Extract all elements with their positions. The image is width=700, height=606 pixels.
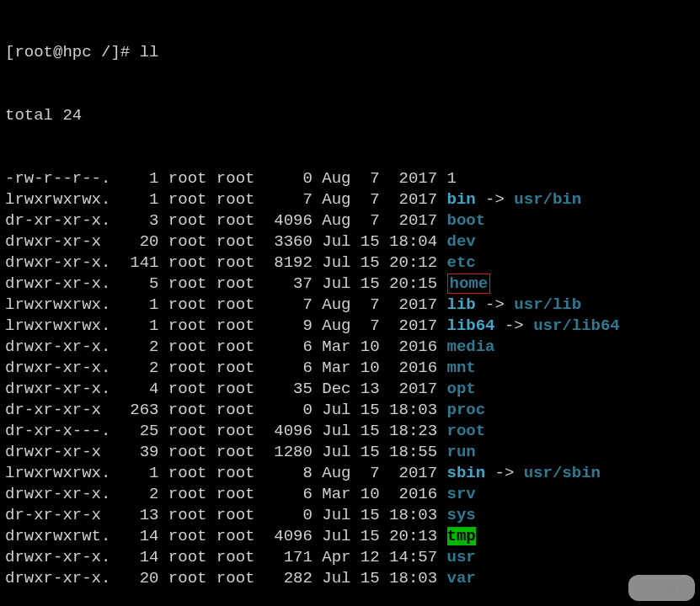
file-name: boot	[447, 211, 486, 230]
file-entry: drwxr-xr-x. 20 root root 282 Jul 15 18:0…	[5, 568, 695, 589]
file-name: bin	[447, 190, 476, 209]
file-entry: lrwxrwxrwx. 1 root root 7 Aug 7 2017 bin…	[5, 189, 695, 210]
file-meta: drwxr-xr-x. 2 root root 6 Mar 10 2016	[5, 485, 447, 503]
file-entry: drwxrwxrwt. 14 root root 4096 Jul 15 20:…	[5, 526, 695, 547]
file-name: tmp	[447, 527, 476, 545]
file-entry: drwxr-xr-x. 5 root root 37 Jul 15 20:15 …	[5, 274, 695, 295]
file-entry: dr-xr-xr-x 13 root root 0 Jul 15 18:03 s…	[5, 505, 695, 526]
file-meta: lrwxrwxrwx. 1 root root 8 Aug 7 2017	[5, 464, 447, 482]
file-name: home	[447, 274, 491, 294]
file-name: srv	[447, 485, 476, 503]
file-entry: lrwxrwxrwx. 1 root root 7 Aug 7 2017 lib…	[5, 295, 695, 316]
file-name: media	[447, 338, 495, 356]
file-name: run	[447, 443, 476, 461]
file-meta: dr-xr-xr-x. 3 root root 4096 Aug 7 2017	[5, 211, 447, 230]
file-meta: drwxr-xr-x 39 root root 1280 Jul 15 18:5…	[5, 443, 447, 461]
symlink-arrow: ->	[485, 464, 524, 482]
file-entry: drwxr-xr-x. 2 root root 6 Mar 10 2016 sr…	[5, 484, 695, 505]
file-meta: drwxr-xr-x. 2 root root 6 Mar 10 2016	[5, 338, 447, 356]
file-name: dev	[447, 232, 476, 251]
file-entry: drwxr-xr-x. 141 root root 8192 Jul 15 20…	[5, 252, 695, 274]
symlink-target: usr/bin	[514, 190, 581, 209]
file-meta: dr-xr-x---. 25 root root 4096 Jul 15 18:…	[5, 422, 447, 440]
file-meta: drwxr-xr-x. 5 root root 37 Jul 15 20:15	[5, 274, 447, 293]
file-name: sys	[447, 506, 476, 524]
file-name: sbin	[447, 464, 486, 482]
file-meta: lrwxrwxrwx. 1 root root 9 Aug 7 2017	[5, 316, 447, 335]
file-meta: lrwxrwxrwx. 1 root root 7 Aug 7 2017	[5, 295, 447, 314]
file-name: lib64	[447, 316, 495, 335]
file-entry: dr-xr-xr-x 263 root root 0 Jul 15 18:03 …	[5, 400, 695, 421]
file-meta: drwxr-xr-x 20 root root 3360 Jul 15 18:0…	[5, 232, 447, 251]
file-meta: drwxr-xr-x. 141 root root 8192 Jul 15 20…	[5, 253, 447, 272]
terminal[interactable]: [root@hpc /]# ll total 24 -rw-r--r--. 1 …	[0, 0, 700, 606]
symlink-target: usr/lib64	[533, 316, 620, 335]
file-entry: dr-xr-xr-x. 3 root root 4096 Aug 7 2017 …	[5, 210, 695, 231]
file-entry: drwxr-xr-x 39 root root 1280 Jul 15 18:5…	[5, 442, 695, 463]
symlink-target: usr/sbin	[524, 464, 601, 482]
file-name: root	[447, 422, 486, 440]
file-meta: drwxr-xr-x. 4 root root 35 Dec 13 2017	[5, 380, 447, 398]
file-name: lib	[447, 295, 476, 314]
file-meta: drwxrwxrwt. 14 root root 4096 Jul 15 20:…	[5, 527, 447, 545]
file-name: mnt	[447, 359, 476, 377]
file-name: etc	[447, 253, 476, 272]
file-entry: lrwxrwxrwx. 1 root root 9 Aug 7 2017 lib…	[5, 316, 695, 337]
file-meta: dr-xr-xr-x 263 root root 0 Jul 15 18:03	[5, 401, 447, 419]
file-meta: lrwxrwxrwx. 1 root root 7 Aug 7 2017	[5, 190, 447, 209]
file-entry: drwxr-xr-x. 2 root root 6 Mar 10 2016 me…	[5, 337, 695, 358]
file-entry: drwxr-xr-x. 4 root root 35 Dec 13 2017 o…	[5, 379, 695, 400]
file-name: opt	[447, 380, 476, 398]
symlink-arrow: ->	[476, 190, 515, 209]
symlink-arrow: ->	[476, 295, 515, 314]
prompt: [root@hpc /]#	[5, 43, 140, 61]
command: ll	[140, 43, 159, 61]
file-entry: drwxr-xr-x 20 root root 3360 Jul 15 18:0…	[5, 231, 695, 252]
symlink-target: usr/lib	[514, 295, 581, 314]
file-meta: dr-xr-xr-x 13 root root 0 Jul 15 18:03	[5, 506, 447, 524]
file-entry: lrwxrwxrwx. 1 root root 8 Aug 7 2017 sbi…	[5, 463, 695, 484]
symlink-arrow: ->	[495, 316, 534, 335]
file-name: 1	[447, 169, 457, 188]
file-meta: drwxr-xr-x. 2 root root 6 Mar 10 2016	[5, 359, 447, 377]
file-entry: drwxr-xr-x. 14 root root 171 Apr 12 14:5…	[5, 547, 695, 568]
file-name: proc	[447, 401, 486, 419]
total-line-1: total 24	[5, 105, 695, 126]
prompt-line-1: [root@hpc /]# ll	[5, 42, 695, 63]
file-name: var	[447, 569, 476, 587]
file-entry: dr-xr-x---. 25 root root 4096 Jul 15 18:…	[5, 421, 695, 442]
file-meta: drwxr-xr-x. 14 root root 171 Apr 12 14:5…	[5, 548, 447, 566]
file-list-1: -rw-r--r--. 1 root root 0 Aug 7 2017 1lr…	[5, 168, 695, 589]
file-name: usr	[447, 548, 476, 566]
file-meta: -rw-r--r--. 1 root root 0 Aug 7 2017	[5, 169, 447, 188]
file-entry: drwxr-xr-x. 2 root root 6 Mar 10 2016 mn…	[5, 358, 695, 379]
file-meta: drwxr-xr-x. 20 root root 282 Jul 15 18:0…	[5, 569, 447, 587]
file-entry: -rw-r--r--. 1 root root 0 Aug 7 2017 1	[5, 168, 695, 189]
